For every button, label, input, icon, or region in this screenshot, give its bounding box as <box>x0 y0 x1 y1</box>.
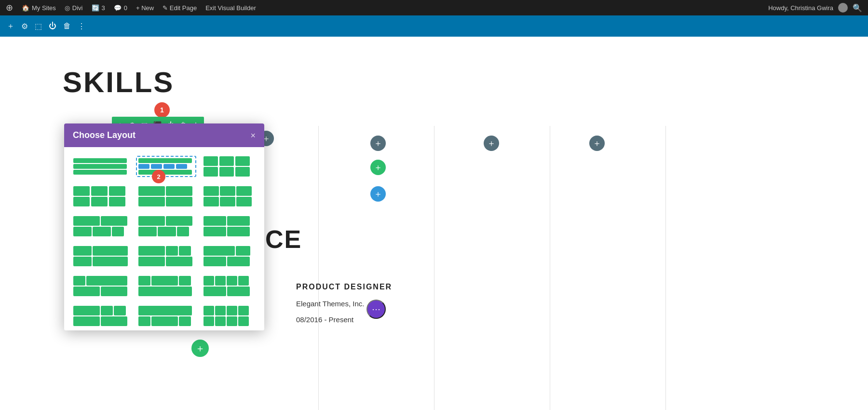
layout-r5-b[interactable] <box>136 273 196 299</box>
layout-r2-a[interactable] <box>71 184 131 209</box>
add-section-button-1[interactable]: ＋ <box>370 186 386 202</box>
layout-r6-a[interactable] <box>71 303 131 328</box>
layout-row-3 <box>71 214 258 239</box>
layout-r2-c[interactable] <box>201 184 254 209</box>
layout-row-6 <box>71 303 258 328</box>
updates-link[interactable]: 🔄 3 <box>92 4 105 12</box>
layout-row-2 <box>71 184 258 209</box>
comments-icon: 💬 <box>114 4 122 12</box>
layout-r6-b[interactable] <box>136 303 196 328</box>
avatar <box>838 3 848 13</box>
disable-icon[interactable]: ⏻ <box>49 22 56 30</box>
delete-icon[interactable]: 🗑 <box>63 22 71 30</box>
layout-row-4 <box>71 244 258 269</box>
layout-r5-c[interactable] <box>201 273 254 299</box>
updates-icon: 🔄 <box>92 4 99 12</box>
skills-title: SKILLS <box>63 66 174 99</box>
divi-icon: ◎ <box>65 4 70 12</box>
more-options-button[interactable]: ⋯ <box>366 300 386 319</box>
comments-link[interactable]: 💬 0 <box>114 4 127 12</box>
layout-three-col[interactable] <box>201 154 254 179</box>
layout-row-5 <box>71 273 258 299</box>
add-content-button-2[interactable]: ＋ <box>484 136 499 151</box>
layout-r3-b[interactable] <box>136 214 196 239</box>
add-content-button-3[interactable]: ＋ <box>589 136 605 151</box>
edit-page-link[interactable]: ✎ Edit Page <box>163 4 197 12</box>
column-divider-2 <box>434 126 434 410</box>
column-divider-4 <box>665 126 666 410</box>
layout-r4-a[interactable] <box>71 244 131 269</box>
exit-builder-link[interactable]: Exit Visual Builder <box>205 4 256 12</box>
layout-r5-a[interactable] <box>71 273 131 299</box>
admin-bar: ⊕ 🏠 My Sites ◎ Divi 🔄 3 💬 0 + New ✎ Edit… <box>0 0 868 15</box>
modal-header: Choose Layout × <box>64 123 264 147</box>
layout-four-col[interactable] <box>136 156 196 177</box>
new-link[interactable]: + New <box>136 4 154 12</box>
column-divider-3 <box>550 126 550 410</box>
elegant-themes-text: Elegant Themes, Inc. <box>296 300 364 308</box>
layout-r4-b[interactable] <box>136 244 196 269</box>
home-icon: 🏠 <box>22 4 29 12</box>
layout-r3-c[interactable] <box>201 214 254 239</box>
search-icon[interactable]: 🔍 <box>853 3 862 13</box>
experience-text: CE <box>265 225 302 254</box>
layout-r3-a[interactable] <box>71 214 131 239</box>
add-section-icon[interactable]: ＋ <box>7 21 14 31</box>
add-section-green-button[interactable]: ＋ <box>191 340 209 357</box>
page-content: SKILLS 1 ＋ ⚙ ⬚ ⬛ ⏻ 🗑 ⋮ ＋ Choose Layout × <box>0 37 868 410</box>
add-content-button-1[interactable]: ＋ <box>370 136 386 151</box>
my-sites-link[interactable]: 🏠 My Sites <box>22 4 56 12</box>
section-toolbar: ＋ ⚙ ⬚ ⏻ 🗑 ⋮ <box>0 15 868 37</box>
layout-r6-c[interactable] <box>201 303 254 328</box>
divi-link[interactable]: ◎ Divi <box>65 4 83 12</box>
layout-single-col[interactable] <box>71 156 131 177</box>
badge-1: 1 <box>154 102 170 118</box>
product-designer-title: PRODUCT DESIGNER <box>296 283 392 291</box>
column-divider-1 <box>318 126 319 410</box>
admin-bar-right: Howdy, Christina Gwira 🔍 <box>768 3 862 13</box>
wp-logo[interactable]: ⊕ <box>6 2 13 13</box>
layout-r2-b[interactable] <box>136 184 196 209</box>
settings-icon[interactable]: ⚙ <box>21 22 28 31</box>
duplicate-icon[interactable]: ⬚ <box>35 22 42 31</box>
badge-2: 2 <box>152 170 165 183</box>
more-icon[interactable]: ⋮ <box>78 22 85 31</box>
modal-close-button[interactable]: × <box>250 131 256 140</box>
choose-layout-modal: Choose Layout × <box>64 123 264 330</box>
layout-r4-c[interactable] <box>201 244 254 269</box>
add-row-button[interactable]: ＋ <box>370 160 386 175</box>
date-range-text: 08/2016 - Present <box>296 315 353 324</box>
howdy-text: Howdy, Christina Gwira <box>768 4 833 12</box>
modal-title: Choose Layout <box>73 130 136 140</box>
